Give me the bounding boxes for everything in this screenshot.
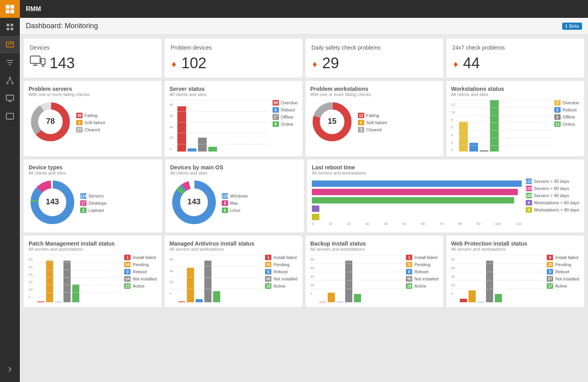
wp-bar-reboot <box>477 302 484 302</box>
warning-icon-2: ⬧ <box>311 57 318 70</box>
svg-line-16 <box>10 79 12 82</box>
pm-bar-reboot <box>55 302 62 302</box>
legend-item-failing: 49 Failing <box>76 113 106 118</box>
pw-cleared: 3 Cleared <box>358 127 387 132</box>
svg-rect-0 <box>6 5 10 8</box>
cleared-dot: 27 <box>76 127 83 132</box>
os-linux: 6 Linux <box>222 207 248 213</box>
wp-not-installed: 87 Not installed <box>547 276 579 282</box>
svg-rect-1 <box>10 5 14 8</box>
dashboard: Devices 143 <box>20 35 588 311</box>
sidebar-item-screen[interactable] <box>0 107 20 125</box>
check-problems-num: 44 <box>463 55 480 72</box>
pm-bar-active <box>72 284 79 302</box>
backup-vbars: 80 60 40 20 0 <box>310 255 403 302</box>
pm-failed: 1 Install failed <box>124 255 157 260</box>
problem-devices-card: Problem devices ⬧ 102 <box>165 38 302 78</box>
pm-subtitle: All servers and workstations <box>29 247 157 251</box>
reboot-x-axis: 0102030405060708090100110 <box>312 222 522 226</box>
sidebar-item-nodes[interactable] <box>0 71 20 89</box>
svg-line-15 <box>8 79 10 82</box>
problem-ws-title: Problem workstations <box>310 86 438 92</box>
bk-bar-failed <box>319 302 326 302</box>
svg-rect-7 <box>11 27 13 30</box>
bar-online <box>208 147 217 152</box>
bk-bar-pending <box>328 293 335 302</box>
last-reboot-title: Last reboot time <box>312 164 579 171</box>
daily-safety-num: 29 <box>322 55 339 72</box>
sidebar-item-monitoring[interactable] <box>0 36 20 54</box>
backup-legend: 1 Install failed 22 Pending 0 Reboot <box>406 255 438 302</box>
av-chart: 60 40 20 0 <box>169 255 298 302</box>
av-not-installed: 66 Not installed <box>265 276 298 282</box>
devices-card-value: 143 <box>30 55 156 72</box>
problem-servers-chart: 78 49 Failing 2 Soft failure <box>29 100 157 145</box>
problem-ws-subtitle: With one or more failing checks <box>310 92 438 97</box>
reboot-row-1 <box>312 180 522 187</box>
server-status-title: Server status <box>169 86 298 92</box>
pm-active: 23 Active <box>124 283 157 289</box>
problem-ws-donut: 15 <box>310 100 354 145</box>
sidebar-item-monitor[interactable] <box>0 89 20 107</box>
sidebar-expand-button[interactable] <box>0 360 20 378</box>
wp-vbars: 80 60 40 20 0 <box>451 255 544 302</box>
problem-devices-value: ⬧ 102 <box>171 55 296 72</box>
svg-rect-4 <box>7 23 9 26</box>
av-active: 18 Active <box>265 283 298 289</box>
problem-workstations-card: Problem workstations With one or more fa… <box>306 81 443 156</box>
wss-overdue: 7 Overdue <box>554 100 579 106</box>
legend-item-cleared: 27 Cleared <box>76 127 106 132</box>
sidebar-item-filter[interactable] <box>0 54 20 71</box>
av-bar-notinstalled <box>204 261 211 302</box>
ws-status-subtitle: All clients and sites <box>451 92 579 97</box>
chart-cards-row-2: Problem servers With one or more failing… <box>24 81 584 156</box>
wss-reboot: 2 Reboot <box>554 107 579 113</box>
problem-ws-chart: 15 12 Failing 0 Soft failure <box>310 100 438 145</box>
last-reboot-subtitle: All servers and workstations <box>312 171 579 175</box>
device-types-donut: 143 <box>29 179 76 228</box>
wp-title: Web Protection install status <box>451 240 579 247</box>
last-reboot-card: Last reboot time All servers and worksta… <box>307 159 584 232</box>
chart-cards-row-3: Device types All clients and sites <box>24 159 584 232</box>
svg-point-14 <box>12 82 13 84</box>
ws-status-chart: 12 10 8 6 4 2 0 <box>451 100 579 152</box>
devices-card: Devices 143 <box>24 38 161 78</box>
sidebar-item-dashboard[interactable] <box>0 18 20 36</box>
lr-w90: 4 Workstations > 90 days <box>526 207 579 213</box>
problem-servers-title: Problem servers <box>29 86 157 92</box>
devices-os-legend: 129 Windows 8 Mac 6 Linux <box>222 193 248 213</box>
av-subtitle: All servers and workstations <box>169 247 298 251</box>
workstations-status-card: Workstations status All clients and site… <box>446 81 584 156</box>
problem-servers-card: Problem servers With one or more failing… <box>24 81 161 156</box>
ws-bar-reboot <box>469 143 478 152</box>
pm-bar-pending <box>46 261 53 302</box>
device-icon <box>30 56 46 71</box>
ws-status-vbars: 12 10 8 6 4 2 0 <box>451 100 551 152</box>
problem-servers-donut: 78 <box>29 100 72 145</box>
bk-reboot: 0 Reboot <box>406 269 438 275</box>
backup-card: Backup install status All servers and wo… <box>306 236 443 307</box>
problem-ws-legend: 12 Failing 0 Soft failure 3 Cleared <box>358 113 387 132</box>
wp-failed: 8 Install failed <box>547 255 579 260</box>
backup-subtitle: All servers and workstations <box>310 247 438 251</box>
last-reboot-legend: 112 Servers > 30 days 110 Servers > 60 d… <box>526 179 579 226</box>
dt-servers: 124 Servers <box>80 193 107 199</box>
av-title: Managed Antivirus install status <box>169 240 298 247</box>
bk-failed: 1 Install failed <box>406 255 438 260</box>
ws-bar-online <box>490 100 499 152</box>
page-title: Dashboard: Monitoring <box>26 22 98 30</box>
server-status-vbars: 80 60 40 20 0 <box>169 100 269 152</box>
os-mac: 8 Mac <box>222 200 248 206</box>
pm-pending: 54 Pending <box>124 262 157 267</box>
check-problems-value: ⬧ 44 <box>452 55 578 72</box>
daily-safety-title: Daily safety check problems <box>311 44 437 51</box>
device-types-title: Device types <box>29 164 158 171</box>
pm-reboot: 0 Reboot <box>124 269 157 275</box>
reboot-row-4 <box>312 205 522 212</box>
pm-legend: 1 Install failed 54 Pending 0 Reboot <box>124 255 157 302</box>
pm-bar-notinstalled <box>63 261 71 302</box>
wp-bar-notinstalled <box>486 261 493 302</box>
svg-text:143: 143 <box>187 197 200 206</box>
pm-not-installed: 54 Not installed <box>124 276 157 282</box>
av-pending: 55 Pending <box>265 262 298 267</box>
